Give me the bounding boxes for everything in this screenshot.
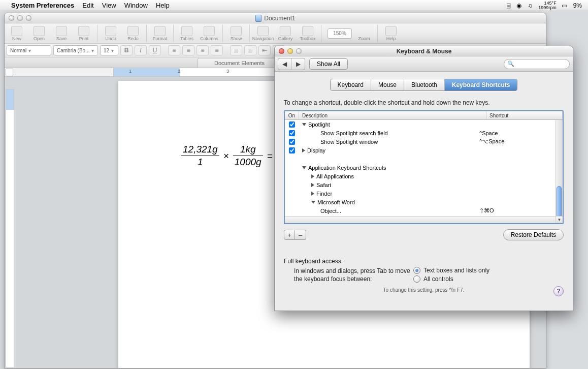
table-body[interactable]: SpotlightShow Spotlight search field^Spa…	[285, 120, 556, 216]
show-all-button[interactable]: Show All	[309, 58, 348, 70]
preferences-titlebar: Keyboard & Mouse	[275, 46, 573, 56]
forward-button[interactable]: ▶	[291, 58, 305, 70]
shortcut-checkbox[interactable]	[289, 130, 295, 136]
headphones-icon[interactable]: ♫	[528, 2, 532, 9]
disclosure-right-icon[interactable]	[311, 183, 314, 187]
tab-keyboard[interactable]: Keyboard	[331, 79, 371, 90]
row-label: Show Spotlight search field	[320, 130, 388, 136]
style-select[interactable]: Normal▾	[7, 45, 51, 55]
disclosure-down-icon[interactable]	[302, 123, 306, 126]
open-button[interactable]: Open	[29, 24, 49, 43]
disclosure-right-icon[interactable]	[311, 174, 314, 178]
print-button[interactable]: Print	[74, 24, 94, 43]
table-header: On Description Shortcut	[285, 111, 563, 120]
toolbox-button[interactable]: Toolbox	[298, 24, 318, 43]
table-row[interactable]: Microsoft Word	[285, 198, 556, 206]
remove-button[interactable]: –	[295, 230, 306, 240]
radio-text-boxes[interactable]: Text boxes and lists only	[413, 267, 564, 274]
col-on[interactable]: On	[285, 111, 299, 119]
bold-button[interactable]: B	[120, 45, 133, 55]
row-shortcut: ^⌥Space	[479, 138, 556, 145]
scroll-down-icon[interactable]: ▼	[556, 216, 563, 223]
menubar-window[interactable]: Window	[124, 2, 148, 9]
minimize-icon[interactable]	[17, 15, 23, 21]
radio-all-controls[interactable]: All controls	[413, 275, 564, 283]
font-select[interactable]: Cambria (Bo...▾	[53, 45, 98, 55]
navigation-button[interactable]: Navigation	[253, 24, 273, 43]
table-row[interactable]: Object...⇧⌘O	[285, 206, 556, 215]
underline-button[interactable]: U	[149, 45, 161, 55]
table-row[interactable]: Application Keyboard Shortcuts	[285, 163, 556, 172]
table-row[interactable]: Spotlight	[285, 120, 556, 129]
menubar-help[interactable]: Help	[156, 2, 170, 9]
table-row[interactable]: Safari	[285, 180, 556, 189]
user-icon[interactable]: ◉	[516, 2, 521, 9]
help-button[interactable]: Help	[381, 24, 401, 43]
tab-mouse[interactable]: Mouse	[371, 79, 404, 90]
redo-button[interactable]: Redo	[123, 24, 143, 43]
show-button[interactable]: Show	[226, 24, 246, 43]
help-button[interactable]: ?	[553, 286, 564, 296]
shortcut-checkbox[interactable]	[289, 147, 295, 153]
tab-document-elements[interactable]: Document Elements	[198, 58, 281, 68]
menubar-edit[interactable]: Edit	[82, 2, 93, 9]
align-left-button[interactable]: ≡	[168, 45, 180, 55]
disclosure-down-icon[interactable]	[302, 166, 306, 169]
save-button[interactable]: Save	[51, 24, 72, 43]
table-row[interactable]: Finder	[285, 189, 556, 198]
columns-button[interactable]: Columns	[199, 24, 219, 43]
gallery-button[interactable]: Gallery	[275, 24, 296, 43]
new-button[interactable]: New	[7, 24, 27, 43]
add-button[interactable]: +	[284, 230, 295, 240]
outdent-button[interactable]: ⇤	[258, 45, 271, 55]
row-label: All Applications	[316, 173, 354, 179]
menubar-view[interactable]: View	[102, 2, 116, 9]
disclosure-right-icon[interactable]	[302, 148, 305, 152]
align-right-button[interactable]: ≡	[197, 45, 209, 55]
search-input[interactable]: 🔍	[504, 59, 570, 69]
pref-tabs: Keyboard Mouse Bluetooth Keyboard Shortc…	[330, 79, 518, 91]
shortcut-checkbox[interactable]	[289, 139, 295, 145]
format-button[interactable]: Format	[150, 24, 170, 43]
table-row[interactable]: Show Spotlight search field^Space	[285, 129, 556, 137]
list-numbered-button[interactable]: ≣	[230, 45, 242, 55]
list-bullet-button[interactable]: ≣	[244, 45, 256, 55]
tab-stop-button[interactable]	[6, 69, 13, 76]
shortcut-checkbox[interactable]	[289, 121, 295, 128]
minimize-icon[interactable]	[287, 48, 293, 54]
tab-keyboard-shortcuts[interactable]: Keyboard Shortcuts	[445, 79, 517, 90]
zoom-icon[interactable]	[26, 15, 31, 21]
row-label: Microsoft Word	[317, 199, 355, 205]
preferences-title: Keyboard & Mouse	[306, 48, 542, 55]
zoom-select[interactable]: 150%	[328, 28, 352, 39]
table-row[interactable]: Show Spotlight window^⌥Space	[285, 137, 556, 146]
table-row[interactable]: Display	[285, 146, 556, 155]
vertical-ruler[interactable]	[6, 89, 14, 368]
italic-button[interactable]: I	[135, 45, 147, 55]
tables-button[interactable]: Tables	[177, 24, 197, 43]
vertical-scrollbar[interactable]	[556, 120, 563, 216]
undo-button[interactable]: Undo	[101, 24, 121, 43]
horizontal-scroll-track[interactable]	[285, 216, 556, 223]
align-justify-button[interactable]: ≡	[211, 45, 223, 55]
row-label: Spotlight	[308, 121, 330, 128]
close-icon[interactable]	[9, 15, 14, 21]
camera-icon[interactable]: ⌸	[507, 2, 510, 9]
back-button[interactable]: ◀	[278, 58, 291, 70]
menubar-stats: 145°F1999rpm	[538, 1, 557, 10]
align-center-button[interactable]: ≡	[182, 45, 194, 55]
restore-defaults-button[interactable]: Restore Defaults	[503, 229, 564, 240]
col-shortcut[interactable]: Shortcut	[486, 111, 563, 119]
size-select[interactable]: 12▾	[100, 45, 118, 55]
battery-icon[interactable]: ▭	[562, 2, 567, 9]
table-row[interactable]: All Applications	[285, 172, 556, 180]
col-description[interactable]: Description	[299, 111, 486, 119]
word-title: Document1	[264, 15, 295, 22]
tab-bluetooth[interactable]: Bluetooth	[404, 79, 445, 90]
close-icon[interactable]	[279, 48, 284, 54]
table-row[interactable]	[285, 155, 556, 163]
zoom-icon[interactable]	[296, 48, 302, 54]
menubar-app[interactable]: System Preferences	[11, 2, 74, 9]
disclosure-right-icon[interactable]	[311, 192, 314, 196]
disclosure-down-icon[interactable]	[311, 201, 315, 204]
